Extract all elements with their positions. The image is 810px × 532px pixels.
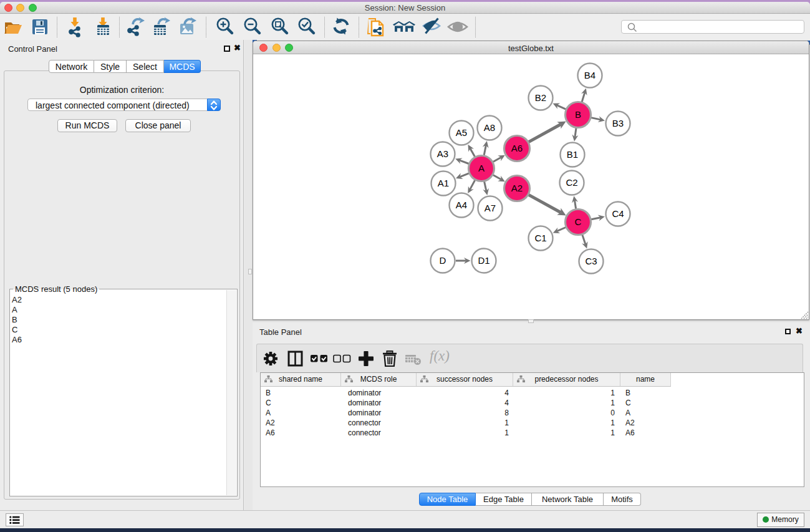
svg-text:C4: C4 [612, 208, 624, 219]
svg-text:D: D [440, 255, 446, 266]
svg-text:A7: A7 [485, 203, 496, 213]
svg-text:A8: A8 [484, 122, 495, 133]
svg-text:A2: A2 [511, 183, 523, 193]
svg-text:B2: B2 [535, 92, 546, 103]
svg-text:A5: A5 [456, 127, 467, 138]
svg-text:B3: B3 [612, 118, 624, 128]
svg-text:D1: D1 [478, 255, 489, 266]
svg-text:C2: C2 [566, 177, 577, 188]
svg-text:A3: A3 [437, 148, 448, 159]
svg-text:A6: A6 [511, 143, 523, 153]
svg-text:C3: C3 [585, 256, 597, 266]
svg-text:A: A [478, 163, 485, 173]
svg-text:C1: C1 [534, 233, 546, 243]
svg-text:C: C [575, 216, 582, 227]
svg-text:A4: A4 [456, 200, 467, 210]
svg-text:B1: B1 [567, 149, 578, 160]
svg-text:B: B [575, 109, 581, 120]
svg-text:A1: A1 [438, 178, 449, 188]
svg-text:B4: B4 [584, 70, 595, 80]
